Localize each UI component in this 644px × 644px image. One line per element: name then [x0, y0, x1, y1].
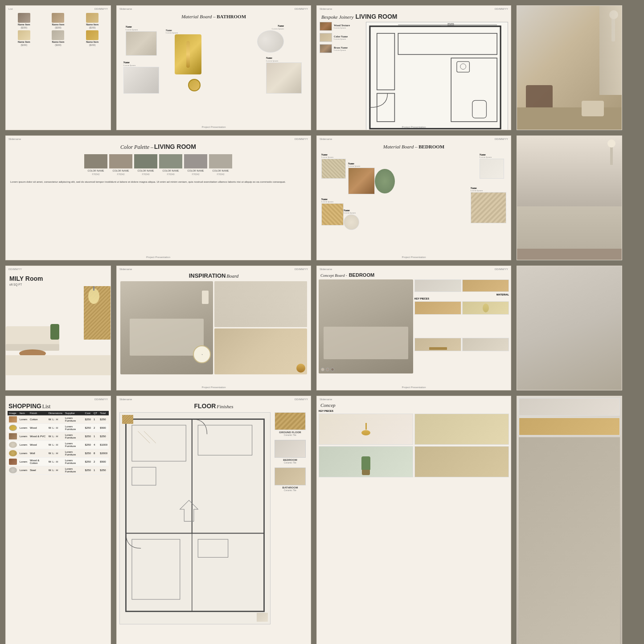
family-title-1: MILY Room [9, 275, 43, 282]
ground-floor-sub: Ceramic Tile [284, 434, 296, 436]
bathroom-title: Material Board – BATHROOM [117, 11, 311, 21]
svg-text:___mm: ___mm [441, 22, 455, 26]
palette-swatch-2: COLOR NAME F76542 [109, 154, 132, 176]
concept-bed-title-bold: BEDROOM [349, 272, 374, 278]
piece-decor [414, 414, 509, 445]
row-image [8, 466, 18, 475]
svg-rect-16 [198, 425, 252, 455]
material-label: MATERIAL [414, 293, 509, 296]
joinery-swatches-list: Wood Texture Lorem Ipsum Color Name Lore… [320, 22, 364, 130]
swatch-travertine [266, 62, 302, 94]
concept-r-slidename: Slidename [320, 398, 332, 401]
lamp-in-photo [202, 291, 209, 304]
item-name: Name Item [52, 23, 65, 26]
svg-rect-14 [132, 425, 186, 461]
material-item-3: Name Lorem Ipsum [123, 61, 159, 94]
col-supplier: Supplier [64, 411, 84, 415]
item-thumb-5 [52, 30, 64, 40]
row-supplier: Lorem Furniture [64, 424, 84, 432]
row-dims: W: L : H [47, 415, 64, 424]
floor-finish-ground: GROUND FLOOR Ceramic Tile [272, 412, 308, 436]
joinery-footer: Project Presentation [317, 126, 511, 128]
palette-title-italic: Color Palette – [120, 144, 153, 150]
slide-inspiration-board: Slidename DD/MM/YY INSPIRATION Board ✦ [116, 266, 311, 390]
faucet-stem [186, 41, 190, 68]
row-qt: 4 [92, 441, 98, 449]
joinery-swatch-color: Color Name Lorem Ipsum [320, 33, 364, 42]
mat-woven: Name Lorem Ipsum [321, 153, 346, 179]
col-total: Total [98, 411, 109, 415]
bedroom-mat-title-bold: BEDROOM [418, 144, 444, 149]
product-thumb [9, 425, 17, 431]
concept-bed-grid: MATERIAL KEY PIECES [317, 279, 511, 374]
color-label: Color Name Lorem Ipsum [334, 35, 348, 40]
row-image [8, 449, 18, 458]
svg-rect-8 [457, 62, 470, 72]
joinery-swatch-wood: Wood Texture Lorem Ipsum [320, 22, 364, 31]
mat-swatch-light [414, 279, 461, 292]
slide-bathroom-material: Slidename DD/MM/YY Material Board – BATH… [116, 5, 311, 130]
row-cost: $250 [84, 432, 92, 441]
floor-swatch-overlay-2 [257, 613, 268, 622]
product-thumb [9, 442, 17, 448]
key-piece-swatch [414, 301, 461, 315]
material-label: Name [123, 61, 159, 64]
slide-bedroom-photo-partial-2 [517, 135, 622, 260]
shopping-full-title-wrap: SHOPPING List [6, 402, 111, 411]
col-qt: QT [92, 411, 98, 415]
floor-slidename: Slidename [119, 398, 132, 401]
row-total: $500 [98, 458, 109, 466]
floor-2 [517, 249, 622, 260]
product-thumb [9, 416, 17, 422]
mat-herringbone: Name Lorem Ipsum [321, 198, 344, 226]
inspo-title-bold: INSPIRATION [189, 272, 226, 279]
pendant-lamp [88, 288, 99, 304]
list-item: Name Item ($200) [42, 13, 75, 29]
material-item-faucet [175, 34, 201, 74]
svg-rect-10 [126, 419, 264, 611]
family-room-scene [6, 286, 111, 375]
swatch-stone [126, 31, 157, 56]
row-supplier: Lorem Furniture [64, 415, 84, 424]
palette-swatch-4: COLOR NAME F76540 [159, 154, 182, 176]
bathroom-title-bold: BATHROOM [217, 14, 246, 19]
row-qt: 2 [92, 458, 98, 466]
family-sqft: SQ FT [13, 283, 22, 286]
material-sublabel: Lorem Ipsum [266, 60, 302, 62]
palette-swatches-row: COLOR NAME F76542 COLOR NAME F76542 COLO… [6, 152, 311, 178]
row-item: Lorem [18, 458, 29, 466]
row-dims: W: L : H [47, 441, 64, 449]
shopping-items-grid: Name Item ($200) Name Item ($200) Name I… [6, 11, 111, 48]
bedroom-mat-date: DD/MM/YY [495, 138, 508, 140]
shopping-table: Image Item Finish Dimensions Supplier Co… [8, 411, 109, 475]
concept-r-title-partial: Concep [320, 402, 336, 408]
palette-swatch-6: COLOR NAME F76542 [209, 154, 232, 176]
col-item: Item [18, 411, 29, 415]
shopping-title-bold: SHOPPING [8, 402, 41, 410]
mat-swatch-warm [462, 279, 509, 292]
floor-swatch-overlay [122, 415, 133, 424]
item-price: ($200) [21, 26, 27, 29]
row-finish: Wood & PVC [29, 432, 47, 441]
swatch-color-1 [84, 154, 107, 168]
row-qt: 8 [92, 449, 98, 458]
slide-concept-right: Slidename Concep KEY PIECES [316, 396, 511, 644]
svg-rect-2 [377, 93, 395, 121]
key-pieces-grid [414, 301, 509, 373]
row-dims: W: L : H [47, 466, 64, 475]
bedroom-mat-footer: Project Presentation [317, 256, 511, 258]
list-item: Name Item ($200) [8, 13, 41, 29]
floor-plan-area [119, 412, 271, 624]
svg-point-9 [460, 64, 466, 70]
table-row: Lorem Woll W: L : H Lorem Furniture $250… [8, 449, 109, 458]
col-cost: Cost [84, 411, 92, 415]
floor-title-normal: Finishes [217, 404, 233, 409]
swatch-color-6 [209, 154, 232, 168]
floor-plan-detailed [120, 413, 270, 624]
material-label: Name [278, 25, 284, 27]
material-swatches-top [414, 279, 509, 292]
svg-marker-21 [180, 500, 198, 521]
row-dims: W: L : H [47, 424, 64, 432]
family-room-title: MILY Room [6, 271, 111, 283]
partial-scene-fill [519, 437, 620, 644]
